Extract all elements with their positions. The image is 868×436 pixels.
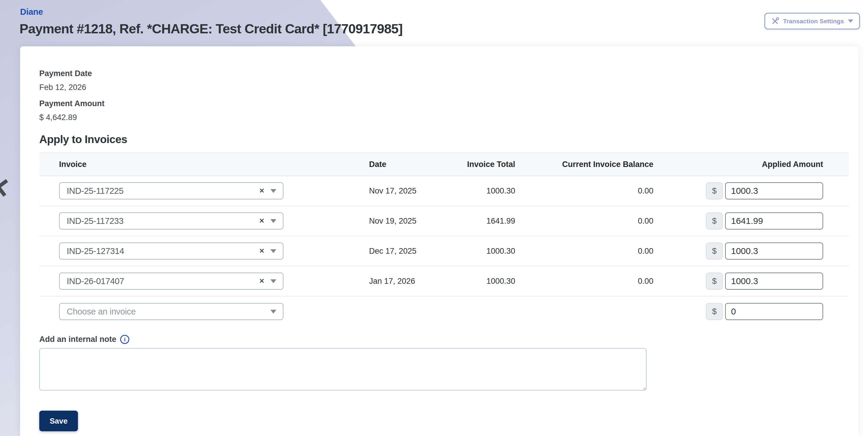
invoice-select[interactable]: IND-26-017407 ✕: [59, 273, 283, 290]
internal-note-label: Add an internal note: [39, 335, 116, 344]
save-button[interactable]: Save: [39, 411, 78, 431]
payment-date-group: Payment Date Feb 12, 2026: [39, 69, 849, 92]
invoice-select[interactable]: IND-25-117233 ✕: [59, 212, 283, 230]
column-header-applied-amount: Applied Amount: [653, 160, 849, 169]
table-row: IND-25-117225 ✕ Nov 17, 2025 1000.30 0.0…: [39, 176, 849, 206]
currency-prefix: $: [706, 212, 723, 230]
invoice-total: 1641.99: [466, 216, 515, 226]
clear-selection-icon[interactable]: ✕: [259, 248, 265, 254]
invoice-select-value: IND-26-017407: [67, 276, 259, 286]
payment-date-value: Feb 12, 2026: [39, 82, 849, 92]
invoice-select-value: IND-25-127314: [67, 246, 259, 256]
clear-selection-icon[interactable]: ✕: [259, 278, 265, 284]
internal-note-label-row: Add an internal note i: [39, 335, 849, 344]
table-row-empty: Choose an invoice $: [39, 297, 849, 327]
invoices-table-header: Invoice Date Invoice Total Current Invoi…: [39, 153, 849, 176]
table-row: IND-25-117233 ✕ Nov 19, 2025 1641.99 0.0…: [39, 206, 849, 236]
invoices-table: Invoice Date Invoice Total Current Invoi…: [39, 153, 849, 327]
info-circle-icon[interactable]: i: [120, 335, 129, 344]
invoice-total: 1000.30: [466, 246, 515, 256]
screwdriver-wrench-icon: [771, 17, 779, 25]
internal-note-textarea[interactable]: [39, 348, 647, 391]
column-header-current-invoice-balance: Current Invoice Balance: [515, 160, 653, 169]
invoice-select[interactable]: IND-25-127314 ✕: [59, 242, 283, 260]
invoice-balance: 0.00: [515, 246, 653, 256]
clear-selection-icon[interactable]: ✕: [259, 218, 265, 224]
caret-down-icon: [271, 189, 276, 193]
column-header-date: Date: [369, 160, 466, 169]
choose-invoice-select[interactable]: Choose an invoice: [59, 303, 283, 320]
invoice-total: 1000.30: [466, 277, 515, 286]
choose-invoice-placeholder: Choose an invoice: [67, 307, 271, 316]
invoice-balance: 0.00: [515, 216, 653, 226]
currency-prefix: $: [706, 303, 723, 320]
invoice-select-value: IND-25-117225: [67, 186, 259, 196]
caret-down-icon: [271, 279, 276, 283]
currency-prefix: $: [706, 182, 723, 199]
invoice-date: Jan 17, 2026: [369, 277, 466, 286]
caret-down-icon: [271, 219, 276, 223]
invoice-balance: 0.00: [515, 187, 653, 196]
apply-to-invoices-heading: Apply to Invoices: [39, 133, 849, 146]
payment-date-label: Payment Date: [39, 69, 849, 78]
table-row: IND-25-127314 ✕ Dec 17, 2025 1000.30 0.0…: [39, 236, 849, 266]
caret-down-icon: [271, 249, 276, 253]
payment-amount-group: Payment Amount $ 4,642.89: [39, 99, 849, 123]
chevron-down-icon: [848, 20, 853, 23]
column-header-invoice-total: Invoice Total: [466, 160, 515, 169]
clear-selection-icon[interactable]: ✕: [259, 188, 265, 194]
applied-amount-input[interactable]: [725, 212, 823, 230]
page-title: Payment #1218, Ref. *CHARGE: Test Credit…: [20, 21, 403, 37]
invoice-select[interactable]: IND-25-117225 ✕: [59, 182, 283, 199]
transaction-settings-label: Transaction Settings: [783, 18, 844, 25]
invoice-date: Dec 17, 2025: [369, 246, 466, 256]
invoice-date: Nov 19, 2025: [369, 216, 466, 226]
invoice-select-value: IND-25-117233: [67, 216, 259, 226]
applied-amount-input[interactable]: [725, 242, 823, 260]
invoice-total: 1000.30: [466, 187, 515, 196]
invoice-balance: 0.00: [515, 277, 653, 286]
payment-amount-value: $ 4,642.89: [39, 112, 849, 123]
payment-card: Payment Date Feb 12, 2026 Payment Amount…: [20, 46, 859, 436]
table-row: IND-26-017407 ✕ Jan 17, 2026 1000.30 0.0…: [39, 266, 849, 297]
caret-down-icon: [271, 310, 276, 313]
payment-amount-label: Payment Amount: [39, 99, 849, 108]
breadcrumb-diane-link[interactable]: Diane: [20, 7, 43, 17]
applied-amount-input[interactable]: [725, 273, 823, 290]
currency-prefix: $: [706, 242, 723, 260]
applied-amount-input[interactable]: [725, 182, 823, 199]
invoice-date: Nov 17, 2025: [369, 187, 466, 196]
column-header-invoice: Invoice: [39, 160, 369, 169]
transaction-settings-button[interactable]: Transaction Settings: [764, 13, 860, 30]
currency-prefix: $: [706, 273, 723, 290]
applied-amount-input[interactable]: [725, 303, 823, 320]
